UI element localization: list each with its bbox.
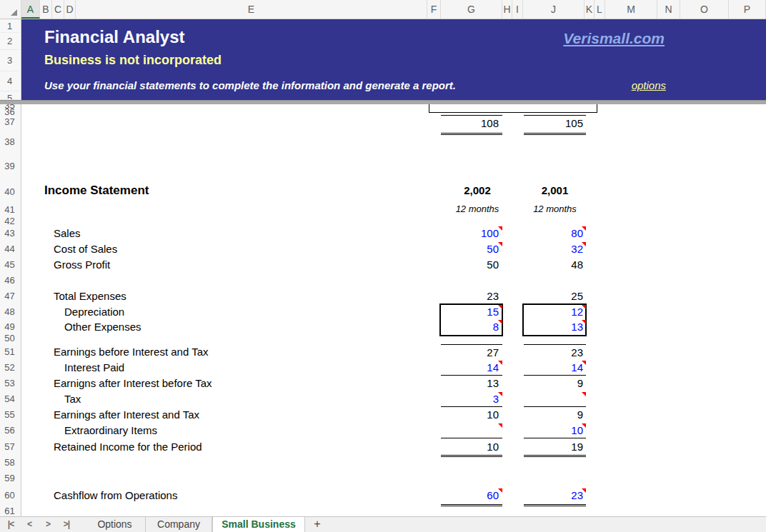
row-header-1[interactable]: 1	[0, 19, 19, 33]
period-2001-label[interactable]: 12 months	[524, 203, 586, 216]
cell-J52[interactable]: 14	[524, 360, 586, 376]
row-header-5[interactable]: 5	[0, 91, 19, 100]
last-sheet-icon[interactable]: >|	[59, 517, 74, 532]
row-header-53[interactable]: 53	[0, 376, 19, 391]
cell-G45[interactable]: 50	[441, 257, 502, 273]
cell-label[interactable]: Total Expenses	[54, 288, 126, 304]
tab-company[interactable]: Company	[146, 517, 212, 532]
cell-J53[interactable]: 9	[524, 376, 586, 391]
row-header-43[interactable]: 43	[0, 226, 19, 241]
year-2001-header[interactable]: 2,001	[524, 183, 586, 199]
cell-J56[interactable]: 10	[524, 423, 586, 438]
row-header-61[interactable]: 61	[0, 504, 19, 516]
cell-J55[interactable]: 9	[524, 407, 586, 423]
row-header-58[interactable]: 58	[0, 456, 19, 470]
row-header-57[interactable]: 57	[0, 440, 19, 454]
column-header-B[interactable]: B	[40, 0, 52, 19]
column-header-O[interactable]: O	[680, 0, 729, 19]
tab-small-business[interactable]: Small Business	[212, 517, 305, 532]
column-header-M[interactable]: M	[605, 0, 657, 19]
row-header-60[interactable]: 60	[0, 488, 19, 503]
income-statement-title[interactable]: Income Statement	[44, 183, 149, 199]
next-sheet-icon[interactable]: >	[40, 517, 56, 532]
row-header-37[interactable]: 37	[0, 115, 19, 129]
cell-J37[interactable]: 105	[524, 115, 586, 131]
cell-label[interactable]: Other Expenses	[64, 319, 141, 335]
column-header-C[interactable]: C	[52, 0, 64, 19]
column-header-F[interactable]: F	[427, 0, 441, 19]
cell-J54[interactable]	[524, 391, 586, 407]
column-header-L[interactable]: L	[595, 0, 605, 19]
cell-G56[interactable]	[441, 423, 502, 438]
column-header-P[interactable]: P	[729, 0, 766, 19]
tab-options[interactable]: Options	[84, 517, 146, 532]
cell-G37[interactable]: 108	[441, 115, 502, 131]
cell-G53[interactable]: 13	[441, 376, 502, 391]
column-header-I[interactable]: I	[512, 0, 523, 19]
row-header-47[interactable]: 47	[0, 289, 19, 303]
row-header-55[interactable]: 55	[0, 408, 19, 422]
row-header-56[interactable]: 56	[0, 423, 19, 438]
first-sheet-icon[interactable]: |<	[3, 517, 19, 532]
row-header-4[interactable]: 4	[0, 71, 19, 91]
row-header-46[interactable]: 46	[0, 273, 19, 288]
cell-label[interactable]: Earnings after Interest and Tax	[54, 407, 199, 423]
row-header-45[interactable]: 45	[0, 258, 19, 272]
cell-label[interactable]: Gross Profit	[54, 257, 110, 273]
cell-J51[interactable]: 23	[524, 344, 586, 360]
cell-J49[interactable]: 13	[524, 319, 586, 335]
cell-G47[interactable]: 23	[441, 288, 502, 304]
cell-G51[interactable]: 27	[441, 344, 502, 360]
cell-J47[interactable]: 25	[524, 288, 586, 304]
column-header-G[interactable]: G	[441, 0, 502, 19]
column-header-J[interactable]: J	[523, 0, 585, 19]
cell-J43[interactable]: 80	[524, 226, 586, 241]
cell-G57[interactable]: 10	[441, 439, 502, 455]
column-header-D[interactable]: D	[64, 0, 76, 19]
cell-J60[interactable]: 23	[524, 488, 586, 503]
row-header-44[interactable]: 44	[0, 242, 19, 256]
cell-G44[interactable]: 50	[441, 241, 502, 257]
options-link[interactable]: options	[632, 79, 666, 91]
cell-label[interactable]: Retained Income for the Period	[54, 439, 202, 455]
cell-label[interactable]: Tax	[64, 391, 81, 407]
row-header-2[interactable]: 2	[0, 33, 19, 50]
new-sheet-button[interactable]: +	[307, 517, 327, 532]
cell-label[interactable]: Earnings before Interest and Tax	[54, 344, 209, 360]
cell-label[interactable]: Extraordinary Items	[64, 423, 157, 438]
period-2002-label[interactable]: 12 months	[447, 203, 508, 216]
row-header-38[interactable]: 38	[0, 135, 19, 149]
cell-J57[interactable]: 19	[524, 439, 586, 455]
column-header-K[interactable]: K	[585, 0, 595, 19]
cell-label[interactable]: Cashflow from Operations	[54, 488, 177, 503]
year-2002-header[interactable]: 2,002	[447, 183, 508, 199]
cell-G54[interactable]: 3	[441, 391, 502, 407]
previous-sheet-icon[interactable]: <	[21, 517, 37, 532]
row-header-51[interactable]: 51	[0, 345, 19, 359]
row-header-48[interactable]: 48	[0, 305, 19, 319]
column-header-E[interactable]: E	[76, 0, 427, 19]
column-header-A[interactable]: A	[21, 0, 40, 19]
cell-G55[interactable]: 10	[441, 407, 502, 423]
cell-label[interactable]: Sales	[54, 226, 81, 241]
cell-J48[interactable]: 12	[524, 304, 586, 320]
row-header-50[interactable]: 50	[0, 331, 19, 346]
column-header-N[interactable]: N	[657, 0, 680, 19]
cell-J44[interactable]: 32	[524, 241, 586, 257]
row-header-3[interactable]: 3	[0, 50, 19, 71]
row-header-54[interactable]: 54	[0, 392, 19, 406]
cell-label[interactable]: Interest Paid	[64, 360, 124, 376]
column-header-H[interactable]: H	[502, 0, 512, 19]
brand-link[interactable]: Verismall.com	[563, 30, 665, 47]
select-all-corner[interactable]	[0, 0, 21, 19]
cell-G52[interactable]: 14	[441, 360, 502, 376]
cell-label[interactable]: Depreciation	[64, 304, 124, 320]
cell-label[interactable]: Earnigns after Interest before Tax	[54, 376, 212, 391]
row-header-39[interactable]: 39	[0, 159, 19, 174]
row-header-52[interactable]: 52	[0, 361, 19, 375]
cell-G48[interactable]: 15	[441, 304, 502, 320]
row-header-40[interactable]: 40	[0, 185, 19, 199]
cell-G49[interactable]: 8	[441, 319, 502, 335]
cell-label[interactable]: Cost of Sales	[54, 241, 117, 257]
cell-G43[interactable]: 100	[441, 226, 502, 241]
